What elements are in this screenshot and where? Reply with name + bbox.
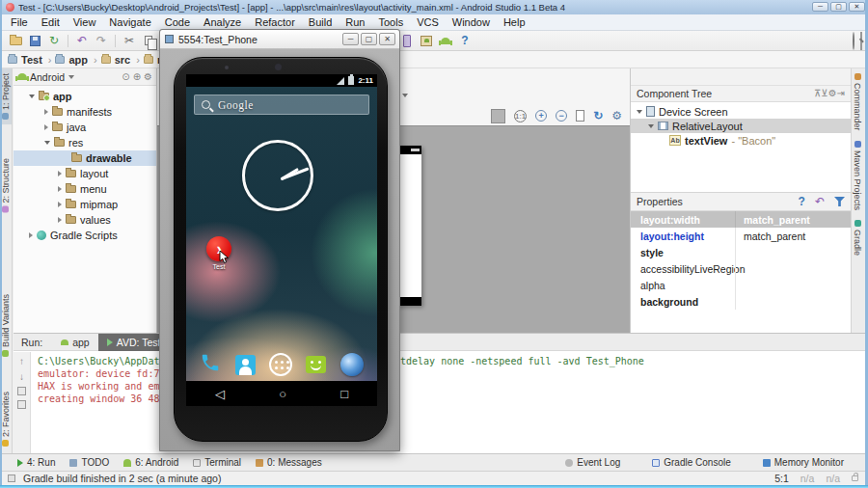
redo-icon[interactable]: ↷ <box>93 33 110 48</box>
analog-clock-widget[interactable] <box>242 140 313 211</box>
down-icon[interactable]: ↓ <box>19 371 24 382</box>
menu-help[interactable]: Help <box>497 16 532 28</box>
tree-item-values[interactable]: values <box>14 212 156 228</box>
collapse-all-icon[interactable]: ⊻ <box>821 89 827 98</box>
filter-icon[interactable] <box>834 197 845 206</box>
property-row-accessibility[interactable]: accessibilityLiveRegion <box>631 260 851 277</box>
tool-button-android[interactable]: 6: Android <box>123 457 178 468</box>
tool-button-commander[interactable]: Commander <box>852 68 863 136</box>
zoom-out-icon[interactable]: − <box>556 110 567 122</box>
minimize-button[interactable]: ─ <box>812 2 828 12</box>
run-tab-app[interactable]: app <box>52 334 98 351</box>
menu-refactor[interactable]: Refactor <box>248 16 302 28</box>
open-icon[interactable] <box>7 33 24 48</box>
sdk-manager-icon[interactable] <box>437 33 454 48</box>
undo-icon[interactable]: ↶ <box>73 33 91 48</box>
up-icon[interactable]: ↑ <box>19 356 24 366</box>
project-view-selector[interactable]: Android <box>30 71 65 83</box>
property-row-layout-height[interactable]: layout:height match_parent <box>631 228 851 244</box>
help-icon[interactable]: ? <box>799 195 805 208</box>
breadcrumb-app[interactable]: app <box>55 54 96 66</box>
status-grid-icon[interactable] <box>8 474 15 482</box>
property-row-layout-width[interactable]: layout:width match_parent <box>631 211 851 228</box>
menu-code[interactable]: Code <box>158 16 197 28</box>
menu-edit[interactable]: Edit <box>35 16 67 28</box>
save-icon[interactable] <box>26 33 43 48</box>
page-icon[interactable] <box>576 110 584 122</box>
menu-window[interactable]: Window <box>446 16 497 28</box>
phone-app-icon[interactable] <box>200 352 221 377</box>
menu-file[interactable]: File <box>4 16 35 28</box>
gear-icon[interactable]: ⚙ <box>828 89 837 98</box>
google-search-bar[interactable]: Google <box>194 95 369 115</box>
search-icon[interactable] <box>853 33 854 50</box>
tree-item-manifests[interactable]: manifests <box>14 104 156 120</box>
close-button[interactable]: ✕ <box>849 2 865 12</box>
tool-button-gradle[interactable]: Gradle <box>852 215 863 260</box>
hide-panel-icon[interactable]: ⇥ <box>837 89 845 98</box>
zoom-in-icon[interactable]: + <box>535 110 547 122</box>
menu-navigate[interactable]: Navigate <box>102 16 157 28</box>
maximize-button[interactable]: ▢ <box>830 2 847 12</box>
tree-item-layout[interactable]: layout <box>14 166 156 181</box>
home-button[interactable]: ○ <box>279 388 286 400</box>
tree-item-java[interactable]: java <box>14 120 156 135</box>
contacts-app-icon[interactable] <box>235 355 256 375</box>
scroll-to-source-icon[interactable]: ⊕ <box>133 72 141 82</box>
menu-view[interactable]: View <box>67 16 103 28</box>
tree-item-menu[interactable]: menu <box>14 181 156 197</box>
tree-item-mipmap[interactable]: mipmap <box>14 197 156 212</box>
back-button[interactable]: ◁ <box>215 388 225 400</box>
help-icon[interactable]: ? <box>456 33 474 48</box>
menu-run[interactable]: Run <box>339 16 371 28</box>
tree-item-gradle-scripts[interactable]: Gradle Scripts <box>14 228 156 243</box>
caret-position[interactable]: 5:1 <box>774 473 789 484</box>
copy-icon[interactable] <box>140 33 157 48</box>
gear-icon[interactable]: ⚙ <box>611 110 622 122</box>
device-monitor-icon[interactable] <box>398 33 416 48</box>
soft-wrap-icon[interactable] <box>17 387 26 395</box>
menu-tools[interactable]: Tools <box>371 16 410 28</box>
component-relative-layout[interactable]: RelativeLayout <box>631 119 851 133</box>
messaging-app-icon[interactable] <box>306 356 326 373</box>
tree-item-drawable[interactable]: drawable <box>14 150 156 166</box>
tool-button-maven[interactable]: Maven Projects <box>852 136 863 215</box>
tool-button-messages[interactable]: 0: Messages <box>256 457 322 468</box>
breadcrumb-src[interactable]: src <box>101 54 140 66</box>
emulator-title-bar[interactable]: 5554:Test_Phone ─ ▢ ✕ <box>160 30 399 49</box>
app-drawer-icon[interactable] <box>269 353 292 376</box>
component-device-screen[interactable]: Device Screen <box>631 104 851 119</box>
refresh-icon[interactable]: ↻ <box>45 33 63 48</box>
tree-item-app[interactable]: app <box>14 89 156 104</box>
tool-button-todo[interactable]: TODO <box>69 457 109 468</box>
tool-button-gradle-console[interactable]: Gradle Console <box>652 457 730 468</box>
layout-preview[interactable] <box>397 146 421 306</box>
tool-button-memory-monitor[interactable]: Memory Monitor <box>763 457 844 468</box>
close-button[interactable]: ✕ <box>379 33 395 45</box>
breadcrumb-test[interactable]: Test <box>8 54 51 66</box>
tree-item-res[interactable]: res <box>14 135 156 150</box>
avd-manager-icon[interactable] <box>418 33 435 48</box>
property-row-background[interactable]: background <box>631 293 851 310</box>
browser-app-icon[interactable] <box>340 353 364 376</box>
zoom-actual-icon[interactable]: 1:1 <box>514 110 527 122</box>
minimize-button[interactable]: ─ <box>342 33 359 45</box>
run-console[interactable]: C:\Users\Bucky\AppData\L tdelay none -ne… <box>32 352 868 454</box>
phone-screen[interactable]: 2:11 Google › Test <box>186 74 377 406</box>
revert-icon[interactable]: ↶ <box>815 195 825 208</box>
scroll-end-icon[interactable] <box>17 400 26 409</box>
property-row-style[interactable]: style <box>631 244 851 260</box>
component-textview[interactable]: Ab textView - "Bacon" <box>631 133 851 148</box>
tool-button-run[interactable]: 4: Run <box>17 457 55 468</box>
menu-build[interactable]: Build <box>302 16 339 28</box>
tool-button-event-log[interactable]: Event Log <box>565 457 620 468</box>
tool-button-terminal[interactable]: Terminal <box>193 457 241 468</box>
menu-analyze[interactable]: Analyze <box>197 16 248 28</box>
property-row-alpha[interactable]: alpha <box>631 277 851 293</box>
recents-button[interactable]: □ <box>340 388 348 400</box>
refresh-icon[interactable]: ↻ <box>593 110 603 122</box>
lock-icon[interactable] <box>852 475 858 481</box>
menu-vcs[interactable]: VCS <box>410 16 446 28</box>
cut-icon[interactable]: ✂ <box>121 33 138 48</box>
expand-all-icon[interactable]: ⊼ <box>814 89 821 98</box>
